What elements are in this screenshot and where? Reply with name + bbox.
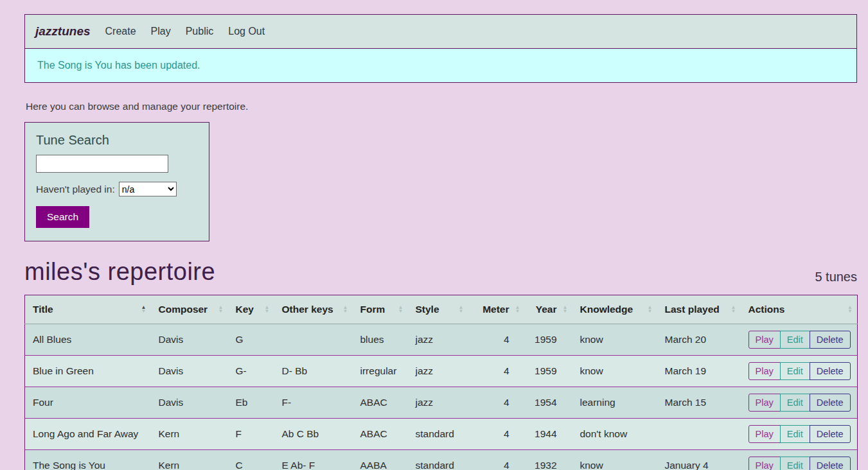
nav-item-create[interactable]: Create xyxy=(105,26,136,37)
cell-actions: Play Edit Delete xyxy=(741,324,858,356)
cell-knowledge: know xyxy=(572,324,657,356)
column-header-year[interactable]: Year ▲▼ xyxy=(525,295,572,324)
page: jazztunes Create Play Public Log Out The… xyxy=(0,0,868,470)
nav-item-play[interactable]: Play xyxy=(151,26,171,37)
cell-form: blues xyxy=(353,324,408,356)
column-header-key[interactable]: Key ▲▼ xyxy=(228,295,274,324)
cell-meter: 4 xyxy=(468,450,525,470)
cell-title: All Blues xyxy=(25,324,151,356)
cell-style: standard xyxy=(408,419,468,450)
edit-button[interactable]: Edit xyxy=(780,331,810,349)
table-row: The Song is You Kern C E Ab- F AABA stan… xyxy=(25,450,858,470)
edit-button[interactable]: Edit xyxy=(780,362,810,380)
cell-composer: Davis xyxy=(151,324,228,356)
notification-message: The Song is You has been updated. xyxy=(37,60,200,71)
column-header-meter[interactable]: Meter ▲▼ xyxy=(468,295,525,324)
table-row: Blue in Green Davis G- D- Bb irregular j… xyxy=(25,356,858,387)
cell-last-played: March 20 xyxy=(657,324,741,356)
sort-icon: ▲▼ xyxy=(398,306,403,313)
cell-title: Four xyxy=(25,387,151,419)
cell-composer: Kern xyxy=(151,450,228,470)
cell-year: 1959 xyxy=(525,356,572,387)
cell-form: ABAC xyxy=(353,387,408,419)
sort-icon: ▲▼ xyxy=(459,306,464,313)
page-title: miles's repertoire xyxy=(24,258,215,286)
play-button[interactable]: Play xyxy=(748,457,781,470)
play-button[interactable]: Play xyxy=(748,394,781,412)
cell-meter: 4 xyxy=(468,356,525,387)
tune-search-input[interactable] xyxy=(36,155,168,173)
column-header-style[interactable]: Style ▲▼ xyxy=(408,295,468,324)
cell-title: Long Ago and Far Away xyxy=(25,419,151,450)
cell-style: jazz xyxy=(408,387,468,419)
cell-other-keys xyxy=(274,324,353,356)
nav-item-logout[interactable]: Log Out xyxy=(228,26,265,37)
cell-meter: 4 xyxy=(468,324,525,356)
brand-logo[interactable]: jazztunes xyxy=(35,24,91,39)
cell-year: 1932 xyxy=(525,450,572,470)
cell-style: jazz xyxy=(408,356,468,387)
cell-last-played: January 4 xyxy=(657,450,741,470)
delete-button[interactable]: Delete xyxy=(810,457,851,470)
navbar: jazztunes Create Play Public Log Out xyxy=(24,14,857,49)
nav-item-public[interactable]: Public xyxy=(186,26,214,37)
sort-icon: ▲▼ xyxy=(648,306,653,313)
play-button[interactable]: Play xyxy=(748,425,781,443)
edit-button[interactable]: Edit xyxy=(780,394,810,412)
notification-banner: The Song is You has been updated. xyxy=(24,48,857,83)
column-header-title[interactable]: Title ▲▼ xyxy=(25,295,151,324)
column-header-composer[interactable]: Composer ▲▼ xyxy=(151,295,228,324)
cell-actions: Play Edit Delete xyxy=(741,419,858,450)
cell-meter: 4 xyxy=(468,387,525,419)
tunes-table: Title ▲▼ Composer ▲▼ Key ▲▼ Other keys ▲… xyxy=(24,295,858,470)
sort-icon: ▲▼ xyxy=(847,306,853,313)
cell-actions: Play Edit Delete xyxy=(741,356,858,387)
column-header-last-played[interactable]: Last played ▲▼ xyxy=(657,295,741,324)
search-button[interactable]: Search xyxy=(36,206,89,228)
cell-composer: Davis xyxy=(151,356,228,387)
delete-button[interactable]: Delete xyxy=(810,394,851,412)
sort-icon: ▲▼ xyxy=(343,306,348,313)
column-header-actions[interactable]: Actions ▲▼ xyxy=(741,295,858,324)
column-header-form[interactable]: Form ▲▼ xyxy=(353,295,408,324)
tune-count: 5 tunes xyxy=(815,270,857,286)
repertoire-header: miles's repertoire 5 tunes xyxy=(24,258,857,286)
cell-style: jazz xyxy=(408,324,468,356)
cell-title: Blue in Green xyxy=(25,356,151,387)
cell-key: C xyxy=(228,450,274,470)
cell-form: irregular xyxy=(353,356,408,387)
cell-last-played: March 19 xyxy=(657,356,741,387)
sort-icon: ▲▼ xyxy=(141,306,146,313)
cell-composer: Kern xyxy=(151,419,228,450)
cell-style: standard xyxy=(408,450,468,470)
delete-button[interactable]: Delete xyxy=(810,331,851,349)
play-button[interactable]: Play xyxy=(748,331,781,349)
havent-played-select[interactable]: n/a xyxy=(119,182,177,196)
cell-actions: Play Edit Delete xyxy=(741,387,858,419)
cell-last-played: March 15 xyxy=(657,387,741,419)
edit-button[interactable]: Edit xyxy=(780,457,810,470)
play-button[interactable]: Play xyxy=(748,362,781,380)
table-row: Long Ago and Far Away Kern F Ab C Bb ABA… xyxy=(25,419,858,450)
cell-other-keys: Ab C Bb xyxy=(274,419,353,450)
cell-knowledge: learning xyxy=(572,387,657,419)
delete-button[interactable]: Delete xyxy=(810,425,851,443)
cell-actions: Play Edit Delete xyxy=(741,450,858,470)
cell-other-keys: F- xyxy=(274,387,353,419)
edit-button[interactable]: Edit xyxy=(780,425,810,443)
cell-knowledge: don't know xyxy=(572,419,657,450)
sort-icon: ▲▼ xyxy=(563,306,568,313)
cell-key: G- xyxy=(228,356,274,387)
sort-icon: ▲▼ xyxy=(218,306,224,313)
delete-button[interactable]: Delete xyxy=(810,362,851,380)
table-header-row: Title ▲▼ Composer ▲▼ Key ▲▼ Other keys ▲… xyxy=(25,295,858,324)
tune-search-title: Tune Search xyxy=(36,133,198,148)
table-row: All Blues Davis G blues jazz 4 1959 know… xyxy=(25,324,858,356)
sort-icon: ▲▼ xyxy=(515,306,520,313)
sort-icon: ▲▼ xyxy=(265,306,270,313)
cell-other-keys: D- Bb xyxy=(274,356,353,387)
cell-key: G xyxy=(228,324,274,356)
column-header-knowledge[interactable]: Knowledge ▲▼ xyxy=(572,295,657,324)
column-header-other-keys[interactable]: Other keys ▲▼ xyxy=(274,295,353,324)
cell-year: 1944 xyxy=(525,419,572,450)
